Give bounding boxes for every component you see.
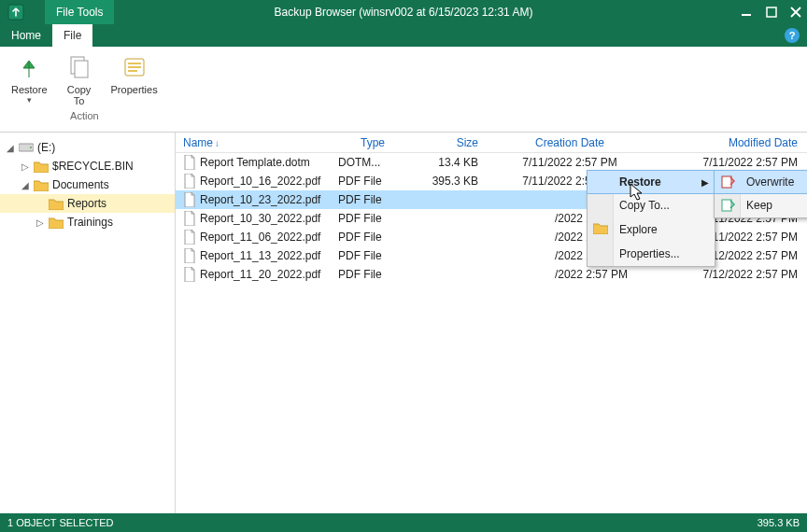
close-button[interactable] (790, 7, 801, 18)
properties-icon (120, 52, 149, 82)
menu-label: Copy To... (619, 199, 670, 212)
file-icon (183, 211, 196, 226)
file-type: PDF File (338, 193, 407, 206)
file-name: Report_11_20_2022.pdf (200, 268, 320, 281)
file-row[interactable]: Report_11_20_2022.pdfPDF File/2022 2:57 … (176, 265, 807, 284)
svg-rect-2 (767, 7, 776, 17)
file-name: Report_10_16_2022.pdf (200, 175, 320, 188)
file-name: Report_11_13_2022.pdf (200, 249, 320, 262)
ribbon-label: Properties (111, 84, 158, 95)
status-right: 395.3 KB (757, 517, 800, 528)
folder-icon (34, 179, 49, 191)
file-name: Report Template.dotm (200, 156, 310, 169)
ribbon-label: Copy To (67, 84, 92, 106)
file-type: PDF File (338, 249, 407, 262)
status-left: 1 OBJECT SELECTED (7, 517, 114, 528)
submenu-overwrite[interactable]: Overwrite (714, 170, 807, 194)
file-list-header[interactable]: Name↓ Type Size Creation Date Modified D… (176, 133, 807, 153)
file-name: Report_11_06_2022.pdf (200, 231, 320, 244)
ribbon-copyto-button[interactable]: Copy To (59, 50, 100, 108)
menu-label: Restore (619, 175, 661, 189)
menu-label: Properties... (619, 247, 680, 260)
file-row[interactable]: Report Template.dotmDOTM...13.4 KB7/11/2… (176, 153, 807, 172)
tree-reports[interactable]: Reports (0, 194, 175, 213)
file-icon (183, 155, 196, 170)
file-icon (183, 230, 196, 245)
keep-icon (720, 198, 735, 213)
tab-file[interactable]: File (52, 24, 92, 47)
menu-properties[interactable]: Properties... (588, 242, 715, 266)
context-menu[interactable]: Restore ▶ Copy To... Explore Properties.… (587, 170, 715, 267)
ribbon-properties-button[interactable]: Properties (107, 50, 162, 108)
menu-explore[interactable]: Explore (588, 217, 715, 242)
help-button[interactable]: ? (785, 28, 800, 43)
tree-label: $RECYCLE.BIN (52, 160, 134, 173)
file-icon (183, 267, 196, 282)
ribbon-group-label: Action (70, 110, 99, 121)
copy-icon (64, 52, 94, 82)
ribbon-label: Restore (11, 84, 48, 95)
folder-icon (49, 217, 64, 229)
tree-label: (E:) (37, 141, 55, 154)
svg-rect-11 (722, 176, 731, 188)
file-type: DOTM... (338, 156, 407, 169)
tree-documents[interactable]: ◢ Documents (0, 175, 175, 194)
svg-rect-1 (742, 14, 751, 16)
submenu-keep[interactable]: Keep (715, 193, 807, 217)
ribbon: Restore ▾ Copy To Properties Action (0, 47, 807, 133)
file-icon (183, 192, 196, 207)
submenu-arrow-icon: ▶ (701, 177, 709, 188)
expand-icon[interactable]: ▷ (35, 217, 45, 228)
maximize-button[interactable] (766, 7, 777, 18)
menu-label: Explore (619, 223, 658, 236)
app-icon (6, 2, 26, 22)
menu-restore[interactable]: Restore ▶ (587, 170, 715, 194)
folder-tree[interactable]: ◢ (E:) ▷ $RECYCLE.BIN ◢ Documents Report… (0, 133, 176, 513)
status-bar: 1 OBJECT SELECTED 395.3 KB (0, 513, 807, 532)
tree-trainings[interactable]: ▷ Trainings (0, 213, 175, 231)
svg-rect-12 (722, 200, 731, 211)
file-modified-date: 7/12/2022 2:57 PM (644, 268, 807, 281)
ribbon-restore-button[interactable]: Restore ▾ (7, 50, 51, 108)
drive-icon (19, 142, 34, 153)
ribbon-tabs: Home File (0, 24, 807, 47)
overwrite-icon (720, 175, 735, 189)
file-creation-date: /2022 2:57 PM (495, 268, 644, 281)
col-creation-date[interactable]: Creation Date (495, 136, 644, 149)
svg-rect-7 (128, 66, 141, 68)
col-size[interactable]: Size (407, 136, 495, 149)
window-title: Backup Browser (winsrv002 at 6/15/2023 1… (0, 6, 807, 19)
file-type: PDF File (338, 231, 407, 244)
svg-rect-4 (75, 61, 88, 77)
menu-label: Overwrite (746, 175, 794, 189)
tab-home[interactable]: Home (0, 24, 52, 47)
file-name: Report_10_30_2022.pdf (200, 212, 320, 225)
collapse-icon[interactable]: ◢ (6, 143, 15, 153)
expand-icon[interactable]: ▷ (21, 161, 30, 172)
col-modified-date[interactable]: Modified Date (644, 136, 807, 149)
restore-submenu[interactable]: Overwrite Keep (714, 170, 807, 218)
folder-icon (49, 198, 64, 210)
col-type[interactable]: Type (338, 136, 407, 149)
contextual-tab[interactable]: File Tools (45, 0, 114, 24)
file-type: PDF File (338, 212, 407, 225)
file-creation-date: 7/11/2022 2:57 PM (495, 156, 644, 169)
file-type: PDF File (338, 268, 407, 281)
collapse-icon[interactable]: ◢ (21, 180, 30, 190)
col-name[interactable]: Name↓ (179, 136, 338, 149)
dropdown-arrow-icon: ▾ (27, 95, 32, 105)
menu-copy-to[interactable]: Copy To... (588, 193, 715, 217)
file-modified-date: 7/11/2022 2:57 PM (644, 156, 807, 169)
minimize-button[interactable] (742, 7, 753, 18)
tree-recycle[interactable]: ▷ $RECYCLE.BIN (0, 157, 175, 175)
window-controls (742, 0, 801, 24)
tree-label: Reports (67, 197, 106, 210)
sort-arrow-icon: ↓ (215, 138, 219, 148)
title-bar: File Tools Backup Browser (winsrv002 at … (0, 0, 807, 24)
tree-drive[interactable]: ◢ (E:) (0, 138, 175, 157)
file-list[interactable]: Name↓ Type Size Creation Date Modified D… (176, 133, 807, 513)
tree-label: Trainings (67, 216, 113, 229)
tree-label: Documents (52, 178, 109, 191)
file-size: 13.4 KB (407, 156, 495, 169)
file-icon (183, 248, 196, 263)
